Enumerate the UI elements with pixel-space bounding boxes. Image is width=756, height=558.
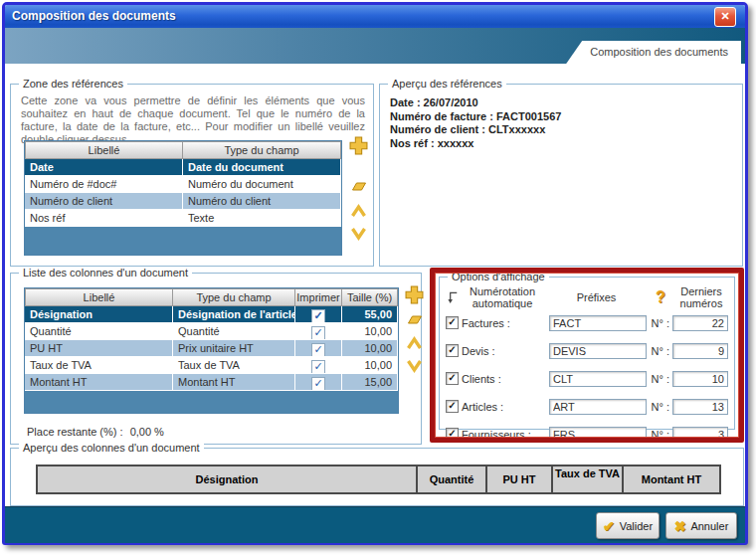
clients-label: Clients : [462, 373, 549, 385]
cell-imprimer[interactable]: ✓ [295, 374, 342, 391]
print-checkbox[interactable]: ✓ [311, 309, 325, 323]
cell-type: Montant HT [173, 374, 295, 391]
table-filler [25, 227, 341, 255]
cell-taille: 10,00 [342, 323, 398, 340]
preview-col-montant-ht: Montant HT [624, 466, 719, 492]
zone-references-group: Zone des références Cette zone va vous p… [10, 84, 374, 267]
factures-label: Factures : [462, 317, 549, 329]
remove-row-button[interactable] [349, 177, 368, 193]
col-derniers-numeros: Derniers numéros [672, 285, 730, 309]
numero-label: N° : [647, 373, 672, 385]
fournisseurs-prefix-input[interactable] [549, 427, 647, 443]
annuler-button[interactable]: ✖ Annuler [665, 512, 737, 539]
cell-imprimer[interactable]: ✓ [295, 306, 342, 323]
tab-composition-des-documents[interactable]: Composition des documents [566, 41, 741, 64]
devis-checkbox[interactable]: ✓ [446, 344, 459, 357]
table-row[interactable]: Désignation Désignation de l'article ✓ 5… [25, 306, 398, 323]
references-table: Libellé Type du champ Date Date du docum… [24, 140, 342, 256]
add-row-button[interactable] [349, 136, 368, 155]
remove-column-button[interactable] [405, 310, 424, 326]
col-libelle: Libellé [25, 141, 183, 159]
cell-type: Désignation de l'article [173, 306, 295, 323]
options-header-row: Numérotation automatique Préfixes ? Dern… [446, 285, 730, 309]
close-button[interactable]: ✕ [714, 7, 736, 27]
valider-button[interactable]: ✔ Valider [596, 512, 660, 539]
cell-imprimer[interactable]: ✓ [295, 323, 342, 340]
place-restante-value: 0,00 % [130, 426, 164, 438]
cell-taille: 10,00 [342, 357, 398, 374]
preview-col-quantite: Quantité [418, 466, 487, 492]
clients-number-input[interactable] [672, 371, 728, 387]
devis-number-input[interactable] [672, 343, 728, 359]
cell-libelle: Nos réf [25, 210, 183, 227]
print-checkbox[interactable]: ✓ [311, 377, 325, 391]
cell-taille: 15,00 [342, 374, 398, 391]
print-checkbox[interactable]: ✓ [311, 343, 325, 357]
cell-libelle: Quantité [25, 323, 173, 340]
table-row[interactable]: Numéro de client Numéro du client [25, 193, 341, 210]
zone-references-description: Cette zone va vous permettre de définir … [21, 94, 365, 146]
clients-prefix-input[interactable] [549, 371, 647, 387]
table-row[interactable]: Quantité Quantité ✓ 10,00 [25, 323, 398, 340]
zone-references-title: Zone des références [19, 78, 127, 90]
references-table-header: Libellé Type du champ [25, 141, 341, 159]
add-column-button[interactable] [405, 285, 424, 304]
preview-line-nos-ref: Nos réf : xxxxxx [390, 137, 742, 151]
factures-checkbox[interactable]: ✓ [446, 316, 459, 329]
cell-libelle: Numéro de client [25, 193, 183, 210]
cell-imprimer[interactable]: ✓ [295, 340, 342, 357]
place-restante: Place restante (%) : 0,00 % [27, 426, 164, 438]
print-checkbox[interactable]: ✓ [311, 360, 325, 374]
col-prefixes: Préfixes [544, 291, 649, 303]
valider-check-icon: ✔ [603, 518, 615, 534]
option-row-factures: ✓ Factures : N° : [446, 313, 728, 332]
table-row[interactable]: Taux de TVA Taux de TVA ✓ 10,00 [25, 357, 398, 374]
help-question-icon[interactable]: ? [649, 288, 672, 306]
window-title: Composition des documents [12, 9, 176, 23]
cell-imprimer[interactable]: ✓ [295, 357, 342, 374]
factures-prefix-input[interactable] [549, 315, 647, 331]
print-checkbox[interactable]: ✓ [311, 326, 325, 340]
apercu-colonnes-title: Aperçu des colonnes d'un document [19, 442, 204, 454]
table-row[interactable]: Montant HT Montant HT ✓ 15,00 [25, 374, 398, 391]
table-row[interactable]: Date Date du document [25, 159, 341, 176]
header-band: Composition des documents [5, 28, 745, 64]
clients-checkbox[interactable]: ✓ [446, 372, 459, 385]
move-up-button[interactable] [405, 335, 424, 351]
move-down-button[interactable] [349, 226, 368, 242]
place-restante-label: Place restante (%) : [27, 426, 123, 438]
apercu-references-group: Aperçu des références Date : 26/07/2010 … [379, 84, 743, 267]
articles-number-input[interactable] [672, 399, 728, 415]
preview-line-numero-client: Numéro de client : CLTxxxxxx [390, 123, 742, 137]
title-bar: Composition des documents ✕ [5, 5, 745, 28]
references-table-buttons [345, 136, 371, 242]
articles-prefix-input[interactable] [549, 399, 647, 415]
colonnes-table-buttons [401, 285, 427, 374]
articles-label: Articles : [462, 401, 549, 413]
composition-documents-dialog: Composition des documents ✕ Composition … [2, 2, 748, 545]
numero-label: N° : [647, 345, 672, 357]
move-down-button[interactable] [405, 358, 424, 374]
cell-taille: 10,00 [342, 340, 398, 357]
col-numerotation-automatique: Numérotation automatique [461, 285, 544, 309]
fournisseurs-checkbox[interactable]: ✓ [446, 428, 459, 441]
col-taille: Taille (%) [342, 288, 398, 306]
cell-type: Taux de TVA [173, 357, 295, 374]
table-row[interactable]: Numéro de #doc# Numéro du document [25, 176, 341, 193]
move-up-button[interactable] [349, 203, 368, 219]
liste-colonnes-group: Liste des colonnes d'un document Libellé… [10, 273, 422, 445]
articles-checkbox[interactable]: ✓ [446, 400, 459, 413]
close-icon: ✕ [720, 10, 729, 22]
col-type-du-champ: Type du champ [173, 288, 295, 306]
devis-label: Devis : [462, 345, 549, 357]
fournisseurs-number-input[interactable] [672, 427, 728, 443]
table-row[interactable]: Nos réf Texte [25, 210, 341, 227]
dialog-body: Zone des références Cette zone va vous p… [5, 64, 745, 506]
preview-line-date: Date : 26/07/2010 [390, 96, 742, 110]
preview-col-pu-ht: PU HT [487, 466, 553, 492]
apercu-colonnes-group: Aperçu des colonnes d'un document Désign… [10, 448, 744, 506]
table-row[interactable]: PU HT Prix unitaire HT ✓ 10,00 [25, 340, 398, 357]
devis-prefix-input[interactable] [549, 343, 647, 359]
colonnes-table: Libellé Type du champ Imprimer Taille (%… [24, 287, 399, 414]
factures-number-input[interactable] [672, 315, 728, 331]
